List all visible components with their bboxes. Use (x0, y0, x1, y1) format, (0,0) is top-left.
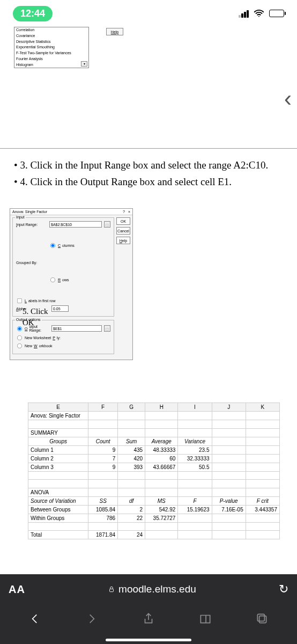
fieldset-legend: Input (15, 215, 26, 219)
tabs-button[interactable] (255, 612, 269, 628)
wifi-icon (253, 8, 265, 19)
cellular-signal-icon (239, 9, 249, 18)
ok-button[interactable]: OK (116, 217, 130, 225)
new-worksheet-radio[interactable]: New Worksheet Ply: (16, 334, 110, 341)
cell: Variance (178, 437, 212, 445)
instruction-line: • 3. Click in the Input Range box and se… (14, 158, 292, 173)
step5-text: 5. Click OK (23, 306, 48, 328)
cancel-button[interactable]: Cancel (116, 227, 130, 235)
tool-item[interactable]: Fourier Analysis (14, 56, 88, 62)
output-range-field[interactable] (51, 325, 102, 332)
status-icons (239, 8, 284, 19)
text-size-button[interactable]: AA (9, 583, 25, 596)
lock-icon (108, 586, 115, 593)
cell: Count (88, 437, 118, 445)
status-time: 12:44 (13, 6, 53, 21)
forward-button[interactable] (85, 612, 99, 628)
tool-item[interactable]: Covariance (14, 33, 88, 39)
cell: Groups (28, 437, 88, 445)
col-header: H (145, 403, 178, 412)
back-chevron-icon[interactable]: ‹ (284, 86, 292, 112)
svg-rect-1 (259, 616, 266, 623)
input-range-label: Input Range: (16, 223, 47, 226)
cell: Anova: Single Factor (28, 412, 88, 420)
range-picker-icon[interactable]: ⬚ (104, 325, 110, 332)
browser-toolbar (0, 604, 297, 635)
tool-item[interactable]: Descriptive Statistics (14, 39, 88, 45)
cell: Average (145, 437, 178, 445)
col-header: G (118, 403, 145, 412)
grouped-rows-radio[interactable]: Rows (49, 264, 75, 295)
svg-rect-0 (110, 589, 114, 591)
dialog-titlebar: Anova: Single Factor ? × (10, 209, 132, 215)
anova-results-table: E F G H I J K Anova: Single Factor SUMMA… (28, 402, 280, 539)
cell: SUMMARY (28, 428, 88, 437)
chevron-down-icon[interactable]: ▾ (81, 61, 87, 67)
back-button[interactable] (28, 612, 42, 628)
instructions-text: • 3. Click in the Input Range box and se… (14, 158, 292, 191)
new-workbook-radio[interactable]: New Workbook (16, 342, 110, 349)
home-indicator[interactable] (0, 635, 297, 644)
status-bar: 12:44 (0, 0, 297, 27)
browser-url-bar: AA moodle.elms.edu ↻ (0, 574, 297, 604)
dialog-help-icon[interactable]: ? (123, 210, 125, 214)
alpha-field[interactable] (51, 305, 69, 312)
tool-item[interactable]: F-Test Two-Sample for Variances (14, 50, 88, 56)
analysis-tools-listbox[interactable]: Correlation Covariance Descriptive Stati… (14, 27, 89, 68)
tool-item[interactable]: Correlation (14, 27, 88, 33)
tool-item[interactable]: Exponential Smoothing (14, 45, 88, 50)
battery-icon (269, 10, 284, 17)
col-header: F (88, 403, 118, 412)
anova-dialog: Anova: Single Factor ? × Input Input Ran… (10, 208, 133, 360)
input-range-field[interactable] (49, 221, 102, 228)
grouped-by-label: Grouped By: (16, 261, 47, 265)
cell: Sum (118, 437, 145, 445)
range-picker-icon[interactable]: ⬚ (104, 221, 110, 228)
col-header: K (246, 403, 279, 412)
col-header: E (28, 403, 88, 412)
tool-item[interactable]: Histogram (14, 62, 88, 68)
svg-rect-2 (257, 614, 264, 621)
help-button[interactable]: Help (106, 28, 123, 35)
instruction-line: • 4. Click in the Output Range box and s… (14, 174, 292, 190)
help-button[interactable]: Help (116, 237, 130, 244)
input-fieldset: Input Input Range: ⬚ Grouped By: Columns… (12, 217, 114, 317)
dialog-title: Anova: Single Factor (12, 210, 47, 214)
divider (0, 148, 297, 149)
col-header: I (178, 403, 212, 412)
close-icon[interactable]: × (128, 210, 130, 214)
bookmarks-button[interactable] (198, 612, 212, 628)
labels-first-row-checkbox[interactable]: Labels in first row (16, 297, 110, 304)
grouped-columns-radio[interactable]: Columns (49, 230, 75, 261)
reload-button[interactable]: ↻ (279, 582, 288, 596)
col-header: J (212, 403, 246, 412)
share-button[interactable] (142, 612, 155, 628)
url-display[interactable]: moodle.elms.edu (31, 583, 273, 595)
page-content: Correlation Covariance Descriptive Stati… (0, 27, 297, 574)
